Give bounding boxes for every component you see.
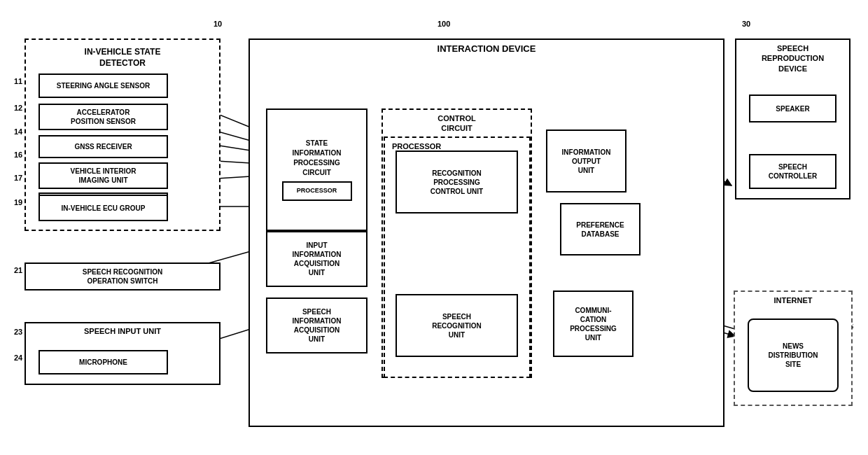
speech-recognition-switch-box: SPEECH RECOGNITIONOPERATION SWITCH	[24, 262, 220, 290]
processor-inner-box: PROCESSOR	[282, 181, 352, 201]
state-info-processing-box: STATEINFORMATIONPROCESSINGCIRCUIT PROCES…	[266, 108, 368, 231]
label-12: 12	[14, 104, 22, 112]
input-info-acquisition-box: INPUTINFORMATIONACQUISITIONUNIT	[266, 231, 368, 287]
preference-database-box: PREFERENCEDATABASE	[560, 203, 640, 255]
microphone-box: MICROPHONE	[38, 350, 168, 374]
communication-processing-box: COMMUNI-CATIONPROCESSINGUNIT	[553, 290, 634, 357]
speaker-box: SPEAKER	[749, 94, 836, 122]
news-distribution-box: NEWSDISTRIBUTIONSITE	[748, 318, 839, 392]
label-10: 10	[214, 20, 222, 28]
label-16: 16	[14, 150, 22, 159]
label-24: 24	[14, 354, 22, 362]
gnss-receiver-box: GNSS RECEIVER	[38, 135, 168, 158]
label-14: 14	[14, 127, 22, 136]
speech-info-acquisition-box: SPEECHINFORMATIONACQUISITIONUNIT	[266, 298, 368, 354]
information-output-box: INFORMATIONOUTPUTUNIT	[546, 130, 626, 192]
recognition-processing-box: RECOGNITIONPROCESSINGCONTROL UNIT	[396, 150, 518, 214]
vehicle-interior-box: VEHICLE INTERIORIMAGING UNIT	[38, 162, 168, 189]
label-17: 17	[14, 174, 22, 182]
label-11: 11	[14, 77, 22, 85]
speech-recognition-box: SPEECHRECOGNITIONUNIT	[396, 294, 518, 357]
label-30: 30	[742, 20, 750, 28]
speech-controller-box: SPEECHCONTROLLER	[749, 154, 836, 189]
label-23: 23	[14, 328, 22, 336]
accelerator-sensor-box: ACCELERATORPOSITION SENSOR	[38, 104, 168, 130]
in-vehicle-ecu-box: IN-VEHICLE ECU GROUP	[38, 195, 168, 221]
label-19: 19	[14, 198, 22, 206]
label-100: 100	[438, 20, 450, 28]
steering-angle-sensor-box: STEERING ANGLE SENSOR	[38, 74, 168, 98]
in-vehicle-detector-label: IN-VEHICLE STATEDETECTOR	[29, 47, 216, 69]
label-21: 21	[14, 266, 22, 274]
